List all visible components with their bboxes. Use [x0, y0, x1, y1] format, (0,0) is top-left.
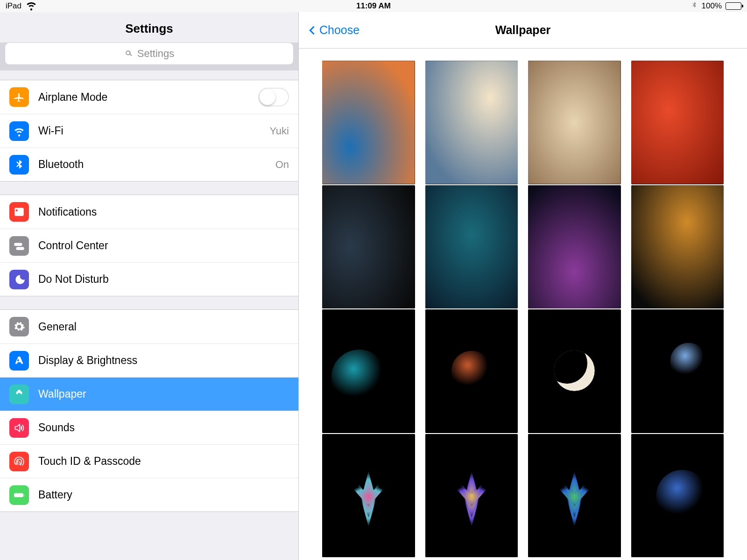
svg-rect-2	[528, 61, 621, 184]
sidebar-item-label: Touch ID & Passcode	[38, 455, 289, 468]
svg-rect-1	[425, 61, 518, 184]
wallpaper-teal-feathers[interactable]	[425, 185, 518, 309]
svg-rect-6	[528, 185, 621, 308]
sidebar-item-label: Control Center	[38, 239, 289, 252]
wallpaper-planet-neptune[interactable]	[631, 309, 724, 433]
back-button[interactable]: Choose	[305, 23, 359, 37]
status-bar: iPad 11:09 AM 100%	[0, 0, 747, 12]
wifi-status-icon	[25, 0, 37, 14]
bluetooth-status-icon	[691, 1, 698, 11]
sidebar-item-value: On	[275, 159, 289, 171]
detail-header: Choose Wallpaper	[299, 12, 747, 49]
sidebar-title: Settings	[0, 12, 298, 42]
sidebar-item-display[interactable]: Display & Brightness	[0, 343, 298, 377]
wallpaper-grid	[299, 49, 747, 560]
fingerprint-icon	[9, 452, 29, 471]
sidebar-item-label: Airplane Mode	[38, 91, 258, 104]
svg-rect-7	[631, 185, 724, 308]
sidebar-item-value: Yuki	[269, 125, 289, 137]
wallpaper-abstract-cream-wave[interactable]	[425, 61, 518, 184]
sidebar-item-label: General	[38, 321, 289, 333]
sidebar-item-sounds[interactable]: Sounds	[0, 411, 298, 444]
svg-point-17	[670, 343, 707, 380]
sidebar-item-notifications[interactable]: Notifications	[0, 195, 298, 229]
svg-rect-3	[631, 61, 724, 184]
wallpaper-red-feathers[interactable]	[631, 61, 724, 184]
chevron-left-icon	[305, 24, 318, 37]
notifications-icon	[9, 202, 29, 222]
wallpaper-ink-burst-rainbow[interactable]	[425, 434, 518, 558]
sidebar-item-label: Display & Brightness	[38, 354, 289, 367]
sidebar-item-battery[interactable]: Battery	[0, 478, 298, 511]
battery-icon	[9, 485, 29, 505]
wallpaper-dandelion-blue[interactable]	[631, 434, 724, 558]
detail-title: Wallpaper	[495, 23, 551, 37]
sidebar-item-label: Wallpaper	[38, 388, 289, 400]
svg-point-11	[451, 351, 492, 392]
sidebar-item-label: Sounds	[38, 421, 289, 434]
back-label: Choose	[319, 23, 359, 37]
sidebar-item-airplane[interactable]: Airplane Mode	[0, 80, 298, 114]
wallpaper-orange-flowers[interactable]	[631, 185, 724, 309]
wallpaper-ink-burst-green[interactable]	[528, 434, 621, 558]
airplane-icon	[9, 87, 29, 107]
search-icon	[124, 49, 134, 58]
battery-icon	[726, 2, 741, 10]
toggle-airplane[interactable]	[258, 88, 289, 106]
wallpaper-planet-mars[interactable]	[425, 309, 518, 433]
wallpaper-abstract-blue-orange[interactable]	[322, 61, 415, 184]
sidebar-item-general[interactable]: General	[0, 310, 298, 343]
wallpaper-moon-crescent[interactable]	[528, 309, 621, 433]
gear-icon	[9, 317, 29, 336]
wallpaper-desert-dunes[interactable]	[528, 61, 621, 184]
sidebar-item-label: Wi-Fi	[38, 125, 269, 137]
textsize-icon	[9, 351, 29, 371]
clock: 11:09 AM	[356, 1, 391, 11]
svg-rect-0	[322, 61, 415, 184]
svg-point-9	[331, 350, 387, 405]
sidebar-item-label: Notifications	[38, 206, 289, 218]
wifi-icon	[9, 121, 29, 141]
sidebar-item-bluetooth[interactable]: BluetoothOn	[0, 147, 298, 181]
flower-icon	[9, 385, 29, 404]
wallpaper-jellyfish-teal[interactable]	[322, 309, 415, 433]
sidebar-item-label: Do Not Disturb	[38, 273, 289, 286]
controlcenter-icon	[9, 236, 29, 256]
moon-icon	[9, 270, 29, 289]
svg-rect-4	[322, 185, 415, 308]
svg-point-22	[656, 469, 708, 521]
bluetooth-icon	[9, 155, 29, 175]
detail-pane: Choose Wallpaper	[299, 12, 747, 560]
wallpaper-purple-flower[interactable]	[528, 185, 621, 309]
sidebar-item-wifi[interactable]: Wi-FiYuki	[0, 114, 298, 147]
sidebar-item-wallpaper[interactable]: Wallpaper	[0, 377, 298, 411]
wallpaper-dark-wing[interactable]	[322, 185, 415, 309]
settings-sidebar: Settings Settings Airplane ModeWi-FiYuki…	[0, 12, 299, 560]
sidebar-item-dnd[interactable]: Do Not Disturb	[0, 262, 298, 296]
search-placeholder: Settings	[137, 48, 175, 60]
search-input[interactable]: Settings	[5, 42, 294, 65]
sidebar-item-controlcenter[interactable]: Control Center	[0, 229, 298, 262]
sidebar-item-label: Battery	[38, 489, 289, 501]
wallpaper-ink-burst-pink[interactable]	[322, 434, 415, 558]
device-label: iPad	[6, 1, 21, 11]
svg-rect-5	[425, 185, 518, 308]
battery-percent: 100%	[702, 1, 722, 11]
sidebar-item-label: Bluetooth	[38, 158, 275, 171]
speaker-icon	[9, 418, 29, 438]
sidebar-item-touchid[interactable]: Touch ID & Passcode	[0, 444, 298, 478]
